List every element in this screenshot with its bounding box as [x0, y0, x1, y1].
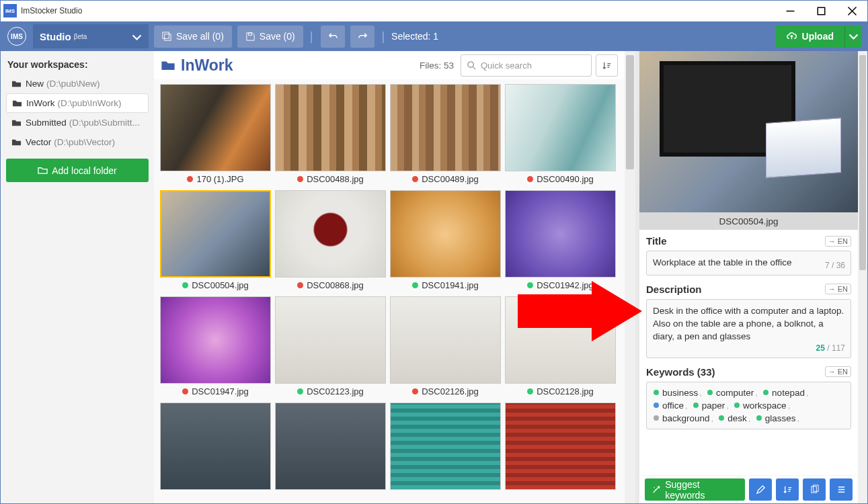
sidebar-item-vector[interactable]: Vector (D:\pub\Vector) [6, 132, 149, 152]
thumbnail-caption: DSC01942.jpg [505, 278, 616, 292]
folder-icon [12, 98, 22, 108]
keyword-tag[interactable]: computer [705, 386, 760, 399]
title-lang-button[interactable]: → EN [825, 236, 851, 247]
upload-label: Upload [802, 31, 834, 42]
window-maximize-button[interactable] [805, 1, 836, 22]
thumbnail-image [390, 296, 501, 384]
thumbnail-image [505, 403, 616, 490]
thumbnail-caption [275, 490, 386, 503]
title-counter: 7 / 36 [825, 260, 845, 271]
keyword-tag[interactable]: workspace [732, 399, 793, 412]
status-dot-icon [412, 388, 418, 394]
thumbnail-filename: DSC01941.jpg [422, 280, 479, 290]
sidebar-item-inwork[interactable]: InWork (D:\pub\InWork) [6, 93, 149, 113]
sort-icon [602, 60, 612, 71]
thumbnail-image [275, 190, 386, 278]
keyword-tag[interactable]: office [651, 399, 691, 412]
thumbnail-filename: DSC00488.jpg [307, 174, 364, 184]
upload-button[interactable]: Upload [776, 26, 844, 48]
sidebar-item-path: (D:\pub\New) [46, 79, 100, 89]
search-input[interactable]: Quick search [461, 54, 592, 77]
sidebar-item-new[interactable]: New (D:\pub\New) [6, 74, 149, 93]
thumbnail-card[interactable] [505, 403, 616, 503]
keyword-dot-icon [654, 403, 659, 408]
keyword-dot-icon [756, 415, 762, 421]
keyword-dot-icon [734, 403, 740, 408]
thumbnail-card[interactable]: DSC02123.jpg [275, 296, 386, 398]
add-local-folder-button[interactable]: Add local folder [6, 159, 149, 182]
undo-button[interactable] [321, 26, 345, 48]
copy-keywords-button[interactable] [803, 478, 826, 501]
title-value: Workplace at the table in the office [653, 257, 792, 267]
window-minimize-button[interactable] [775, 1, 805, 22]
keyword-tag[interactable]: business [651, 386, 705, 399]
workspaces-heading: Your workspaces: [6, 56, 149, 74]
redo-button[interactable] [350, 26, 374, 48]
thumbnail-card[interactable]: DSC00504.jpg [160, 190, 271, 292]
thumbnail-card[interactable]: DSC00490.jpg [505, 84, 616, 186]
thumbnail-filename: DSC02126.jpg [422, 386, 479, 396]
description-lang-button[interactable]: → EN [825, 284, 851, 294]
window-close-button[interactable] [836, 1, 867, 22]
save-button[interactable]: Save (0) [237, 26, 303, 48]
edit-keywords-button[interactable] [749, 478, 772, 501]
thumbnail-filename: DSC00490.jpg [537, 174, 594, 184]
thumbnail-card[interactable]: DSC00488.jpg [275, 84, 386, 186]
search-placeholder: Quick search [481, 60, 532, 71]
thumbnail-card[interactable]: DSC01941.jpg [390, 190, 501, 292]
sort-button[interactable] [596, 54, 618, 77]
save-all-button[interactable]: Save all (0) [154, 26, 232, 48]
toolbar-separator: | [381, 30, 385, 44]
thumbnail-caption: DSC00490.jpg [505, 171, 616, 186]
save-all-label: Save all (0) [176, 31, 224, 42]
description-input[interactable]: Desk in the office with a computer and a… [646, 299, 851, 358]
keyword-tag[interactable]: notepad [760, 386, 812, 399]
thumbnail-card[interactable]: DSC02126.jpg [390, 296, 501, 398]
sidebar-item-label: Submitted [26, 118, 67, 128]
sort-keywords-button[interactable] [776, 478, 799, 501]
status-dot-icon [412, 282, 418, 288]
sidebar-item-path: (D:\pub\InWork) [58, 98, 122, 108]
thumbnail-card[interactable] [275, 403, 386, 503]
thumbnail-card[interactable]: DSC01942.jpg [505, 190, 616, 292]
folder-name: InWork [181, 56, 233, 75]
upload-dropdown-button[interactable] [844, 26, 862, 48]
app-icon: IMS [3, 4, 17, 17]
thumbnail-filename: DSC00868.jpg [307, 280, 364, 290]
keyword-tag[interactable]: paper [691, 399, 732, 412]
magic-icon [652, 485, 661, 495]
status-dot-icon [182, 388, 188, 394]
keyword-dot-icon [693, 403, 699, 408]
folder-title: InWork [161, 56, 233, 75]
thumbnail-card[interactable] [160, 403, 271, 503]
title-input[interactable]: Workplace at the table in the office 7 /… [646, 251, 851, 276]
thumbnail-card[interactable]: DSC01947.jpg [160, 296, 271, 398]
thumbnail-image [505, 84, 616, 171]
folder-icon [11, 118, 22, 128]
sidebar-item-submitted[interactable]: Submitted (D:\pub\Submitt... [6, 113, 149, 132]
thumbnail-card[interactable]: DSC00489.jpg [390, 84, 501, 186]
folder-plus-icon [38, 165, 48, 175]
window-title: ImStocker Studio [21, 6, 775, 15]
thumbnail-card[interactable]: DSC02128.jpg [505, 296, 616, 398]
keyword-text: office [662, 401, 684, 411]
thumbnail-image [390, 190, 501, 278]
preview-image [639, 51, 858, 212]
thumbnail-filename: DSC00504.jpg [192, 280, 249, 290]
keywords-menu-button[interactable] [830, 478, 853, 501]
keyword-dot-icon [707, 390, 713, 395]
thumbnail-card[interactable] [390, 403, 501, 503]
keywords-lang-button[interactable]: → EN [825, 366, 851, 377]
keyword-tag[interactable]: glasses [754, 412, 803, 425]
suggest-keywords-button[interactable]: Suggest keywords [645, 478, 745, 501]
keyword-tag[interactable]: desk [716, 412, 753, 425]
gallery-scrollbar[interactable] [625, 51, 635, 503]
thumbnail-card[interactable]: DSC00868.jpg [275, 190, 386, 292]
keywords-box[interactable]: businesscomputernotepadofficepaperworksp… [646, 382, 851, 429]
thumbnail-image [390, 84, 501, 171]
workspace-selector[interactable]: Studio βeta [33, 24, 149, 48]
app-toolbar: IMS Studio βeta Save all (0) Save (0) | … [1, 22, 867, 51]
detail-scrollbar[interactable] [858, 51, 867, 503]
thumbnail-card[interactable]: 170 (1).JPG [160, 84, 271, 186]
keyword-tag[interactable]: background [651, 412, 716, 425]
